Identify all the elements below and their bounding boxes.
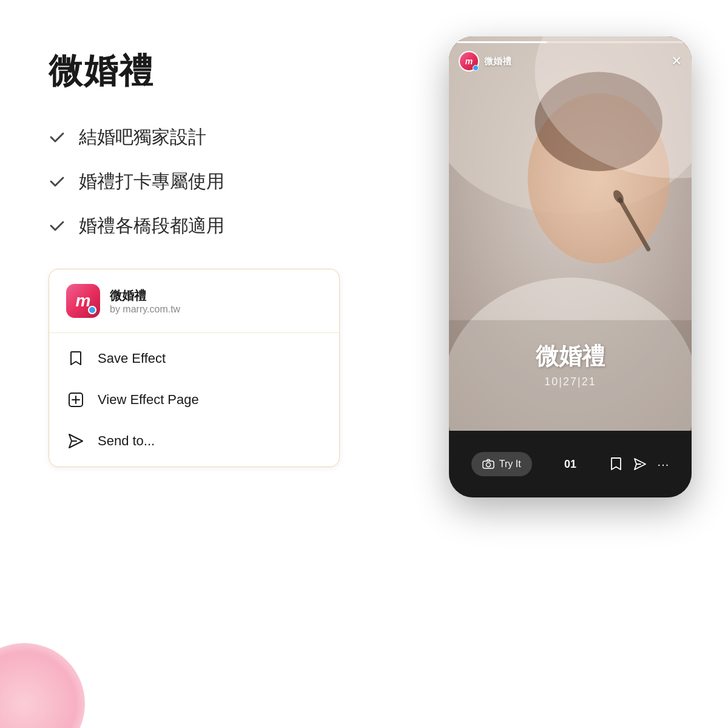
features-list: 結婚吧獨家設計 婚禮打卡專屬使用 婚禮各橋段都適用	[49, 125, 340, 238]
story-bottom-bar: Try It 01 ···	[449, 431, 692, 497]
story-avatar: m	[459, 51, 479, 72]
feature-text-2: 婚禮打卡專屬使用	[79, 169, 224, 194]
story-watermark: 微婚禮 10|27|21	[536, 341, 605, 388]
left-panel: 微婚禮 結婚吧獨家設計 婚禮打卡專屬使用	[49, 49, 340, 467]
bottom-action-icons: ···	[609, 457, 670, 471]
right-panel: m 微婚禮 ✕ 微婚禮 10|27|21	[449, 36, 692, 497]
app-name: 微婚禮	[110, 288, 180, 304]
view-effect-page-label: View Effect Page	[98, 392, 199, 408]
story-container: m 微婚禮 ✕ 微婚禮 10|27|21	[449, 36, 692, 497]
try-it-label: Try It	[499, 459, 521, 470]
feature-text-1: 結婚吧獨家設計	[79, 125, 206, 150]
svg-point-15	[486, 463, 490, 467]
watermark-date: 10|27|21	[536, 376, 605, 388]
camera-icon	[482, 458, 494, 470]
app-icon: m	[66, 284, 100, 318]
feature-item-3: 婚禮各橋段都適用	[49, 214, 340, 238]
bookmark-icon	[66, 349, 86, 368]
bottom-bookmark-icon[interactable]	[609, 457, 622, 471]
page-title: 微婚禮	[49, 49, 340, 95]
try-it-button[interactable]: Try It	[471, 452, 532, 476]
story-username: 微婚禮	[484, 56, 511, 67]
check-icon-1	[49, 129, 67, 147]
check-icon-3	[49, 217, 67, 235]
feature-item-1: 結婚吧獨家設計	[49, 125, 340, 150]
save-effect-label: Save Effect	[98, 351, 166, 366]
send-to-label: Send to...	[98, 433, 155, 449]
story-user-info: m 微婚禮	[459, 51, 511, 72]
check-icon-2	[49, 173, 67, 191]
add-circle-icon	[66, 390, 86, 410]
view-effect-page-item[interactable]: View Effect Page	[49, 379, 339, 420]
story-background	[449, 36, 692, 497]
watermark-title: 微婚禮	[536, 341, 605, 372]
card-header: m 微婚禮 by marry.com.tw	[49, 269, 339, 333]
app-domain: by marry.com.tw	[110, 304, 180, 314]
story-close-button[interactable]: ✕	[671, 53, 682, 69]
feature-item-2: 婚禮打卡專屬使用	[49, 169, 340, 194]
send-icon	[66, 431, 86, 451]
card-actions: Save Effect View Effect Page	[49, 333, 339, 467]
phone-frame: m 微婚禮 ✕ 微婚禮 10|27|21	[449, 36, 692, 497]
send-to-item[interactable]: Send to...	[49, 420, 339, 462]
effect-count: 01	[564, 458, 576, 471]
more-options-button[interactable]: ···	[658, 457, 670, 471]
bottom-send-icon[interactable]	[633, 457, 647, 471]
decoration-blob	[0, 643, 85, 728]
app-icon-dot	[88, 306, 96, 314]
save-effect-item[interactable]: Save Effect	[49, 338, 339, 379]
feature-text-3: 婚禮各橋段都適用	[79, 214, 224, 238]
app-info: 微婚禮 by marry.com.tw	[110, 288, 180, 315]
story-avatar-dot	[473, 65, 479, 71]
action-card: m 微婚禮 by marry.com.tw Save Effect	[49, 269, 340, 467]
story-header: m 微婚禮 ✕	[449, 36, 692, 76]
